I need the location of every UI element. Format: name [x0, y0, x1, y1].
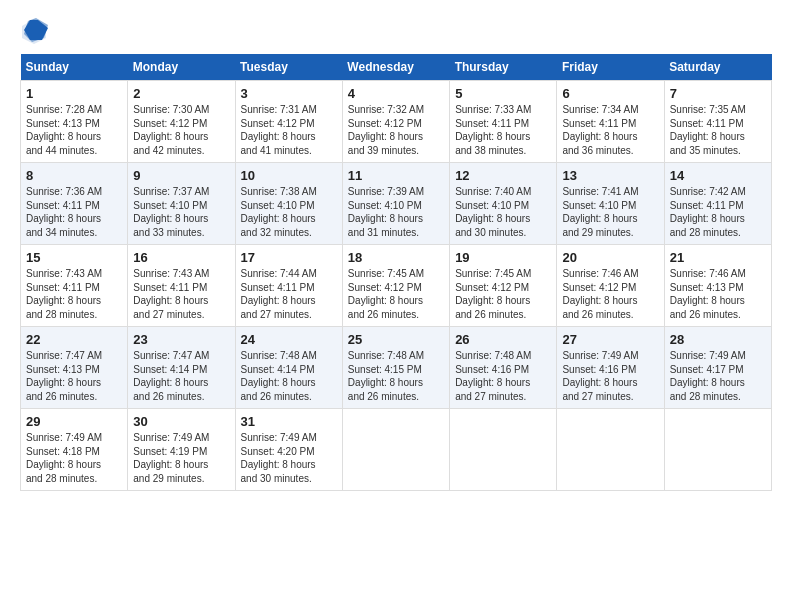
calendar-cell: 24Sunrise: 7:48 AM Sunset: 4:14 PM Dayli…	[235, 327, 342, 409]
calendar-cell	[342, 409, 449, 491]
logo-icon	[20, 16, 48, 44]
calendar-cell: 22Sunrise: 7:47 AM Sunset: 4:13 PM Dayli…	[21, 327, 128, 409]
day-number: 27	[562, 332, 658, 347]
day-number: 24	[241, 332, 337, 347]
day-info: Sunrise: 7:34 AM Sunset: 4:11 PM Dayligh…	[562, 103, 658, 157]
calendar-cell: 2Sunrise: 7:30 AM Sunset: 4:12 PM Daylig…	[128, 81, 235, 163]
day-number: 25	[348, 332, 444, 347]
day-info: Sunrise: 7:43 AM Sunset: 4:11 PM Dayligh…	[133, 267, 229, 321]
day-number: 4	[348, 86, 444, 101]
calendar-cell: 30Sunrise: 7:49 AM Sunset: 4:19 PM Dayli…	[128, 409, 235, 491]
col-header-tuesday: Tuesday	[235, 54, 342, 81]
day-info: Sunrise: 7:40 AM Sunset: 4:10 PM Dayligh…	[455, 185, 551, 239]
calendar-table: SundayMondayTuesdayWednesdayThursdayFrid…	[20, 54, 772, 491]
calendar-cell: 26Sunrise: 7:48 AM Sunset: 4:16 PM Dayli…	[450, 327, 557, 409]
calendar-header: SundayMondayTuesdayWednesdayThursdayFrid…	[21, 54, 772, 81]
day-info: Sunrise: 7:46 AM Sunset: 4:13 PM Dayligh…	[670, 267, 766, 321]
day-number: 1	[26, 86, 122, 101]
day-info: Sunrise: 7:49 AM Sunset: 4:19 PM Dayligh…	[133, 431, 229, 485]
day-info: Sunrise: 7:45 AM Sunset: 4:12 PM Dayligh…	[348, 267, 444, 321]
calendar-cell: 19Sunrise: 7:45 AM Sunset: 4:12 PM Dayli…	[450, 245, 557, 327]
day-info: Sunrise: 7:49 AM Sunset: 4:18 PM Dayligh…	[26, 431, 122, 485]
calendar-cell: 23Sunrise: 7:47 AM Sunset: 4:14 PM Dayli…	[128, 327, 235, 409]
day-info: Sunrise: 7:47 AM Sunset: 4:13 PM Dayligh…	[26, 349, 122, 403]
header-row: SundayMondayTuesdayWednesdayThursdayFrid…	[21, 54, 772, 81]
day-info: Sunrise: 7:46 AM Sunset: 4:12 PM Dayligh…	[562, 267, 658, 321]
calendar-cell: 16Sunrise: 7:43 AM Sunset: 4:11 PM Dayli…	[128, 245, 235, 327]
day-number: 9	[133, 168, 229, 183]
calendar-cell: 20Sunrise: 7:46 AM Sunset: 4:12 PM Dayli…	[557, 245, 664, 327]
day-info: Sunrise: 7:49 AM Sunset: 4:16 PM Dayligh…	[562, 349, 658, 403]
calendar-cell: 17Sunrise: 7:44 AM Sunset: 4:11 PM Dayli…	[235, 245, 342, 327]
calendar-week-1: 1Sunrise: 7:28 AM Sunset: 4:13 PM Daylig…	[21, 81, 772, 163]
calendar-cell: 5Sunrise: 7:33 AM Sunset: 4:11 PM Daylig…	[450, 81, 557, 163]
calendar-cell: 3Sunrise: 7:31 AM Sunset: 4:12 PM Daylig…	[235, 81, 342, 163]
day-number: 19	[455, 250, 551, 265]
day-number: 28	[670, 332, 766, 347]
calendar-cell: 11Sunrise: 7:39 AM Sunset: 4:10 PM Dayli…	[342, 163, 449, 245]
day-number: 30	[133, 414, 229, 429]
day-number: 18	[348, 250, 444, 265]
day-info: Sunrise: 7:35 AM Sunset: 4:11 PM Dayligh…	[670, 103, 766, 157]
calendar-cell: 1Sunrise: 7:28 AM Sunset: 4:13 PM Daylig…	[21, 81, 128, 163]
day-number: 17	[241, 250, 337, 265]
header	[20, 16, 772, 44]
calendar-cell: 8Sunrise: 7:36 AM Sunset: 4:11 PM Daylig…	[21, 163, 128, 245]
day-number: 11	[348, 168, 444, 183]
calendar-body: 1Sunrise: 7:28 AM Sunset: 4:13 PM Daylig…	[21, 81, 772, 491]
day-info: Sunrise: 7:48 AM Sunset: 4:16 PM Dayligh…	[455, 349, 551, 403]
calendar-cell: 13Sunrise: 7:41 AM Sunset: 4:10 PM Dayli…	[557, 163, 664, 245]
day-number: 14	[670, 168, 766, 183]
col-header-friday: Friday	[557, 54, 664, 81]
day-number: 7	[670, 86, 766, 101]
calendar-cell: 15Sunrise: 7:43 AM Sunset: 4:11 PM Dayli…	[21, 245, 128, 327]
day-number: 31	[241, 414, 337, 429]
calendar-cell	[664, 409, 771, 491]
day-number: 22	[26, 332, 122, 347]
day-number: 3	[241, 86, 337, 101]
calendar-cell: 28Sunrise: 7:49 AM Sunset: 4:17 PM Dayli…	[664, 327, 771, 409]
day-info: Sunrise: 7:32 AM Sunset: 4:12 PM Dayligh…	[348, 103, 444, 157]
day-number: 20	[562, 250, 658, 265]
day-number: 6	[562, 86, 658, 101]
calendar-week-3: 15Sunrise: 7:43 AM Sunset: 4:11 PM Dayli…	[21, 245, 772, 327]
col-header-wednesday: Wednesday	[342, 54, 449, 81]
day-info: Sunrise: 7:30 AM Sunset: 4:12 PM Dayligh…	[133, 103, 229, 157]
calendar-week-2: 8Sunrise: 7:36 AM Sunset: 4:11 PM Daylig…	[21, 163, 772, 245]
calendar-cell: 7Sunrise: 7:35 AM Sunset: 4:11 PM Daylig…	[664, 81, 771, 163]
day-number: 15	[26, 250, 122, 265]
day-info: Sunrise: 7:49 AM Sunset: 4:17 PM Dayligh…	[670, 349, 766, 403]
day-info: Sunrise: 7:41 AM Sunset: 4:10 PM Dayligh…	[562, 185, 658, 239]
day-number: 2	[133, 86, 229, 101]
day-info: Sunrise: 7:37 AM Sunset: 4:10 PM Dayligh…	[133, 185, 229, 239]
day-number: 29	[26, 414, 122, 429]
calendar-cell: 9Sunrise: 7:37 AM Sunset: 4:10 PM Daylig…	[128, 163, 235, 245]
calendar-cell: 6Sunrise: 7:34 AM Sunset: 4:11 PM Daylig…	[557, 81, 664, 163]
day-info: Sunrise: 7:33 AM Sunset: 4:11 PM Dayligh…	[455, 103, 551, 157]
day-number: 26	[455, 332, 551, 347]
day-number: 21	[670, 250, 766, 265]
calendar-week-5: 29Sunrise: 7:49 AM Sunset: 4:18 PM Dayli…	[21, 409, 772, 491]
calendar-cell	[450, 409, 557, 491]
day-number: 8	[26, 168, 122, 183]
day-number: 16	[133, 250, 229, 265]
calendar-cell: 14Sunrise: 7:42 AM Sunset: 4:11 PM Dayli…	[664, 163, 771, 245]
col-header-monday: Monday	[128, 54, 235, 81]
day-number: 5	[455, 86, 551, 101]
day-number: 12	[455, 168, 551, 183]
page: SundayMondayTuesdayWednesdayThursdayFrid…	[0, 0, 792, 501]
day-info: Sunrise: 7:39 AM Sunset: 4:10 PM Dayligh…	[348, 185, 444, 239]
col-header-saturday: Saturday	[664, 54, 771, 81]
day-info: Sunrise: 7:44 AM Sunset: 4:11 PM Dayligh…	[241, 267, 337, 321]
col-header-thursday: Thursday	[450, 54, 557, 81]
day-info: Sunrise: 7:42 AM Sunset: 4:11 PM Dayligh…	[670, 185, 766, 239]
calendar-cell: 25Sunrise: 7:48 AM Sunset: 4:15 PM Dayli…	[342, 327, 449, 409]
calendar-cell: 31Sunrise: 7:49 AM Sunset: 4:20 PM Dayli…	[235, 409, 342, 491]
day-info: Sunrise: 7:38 AM Sunset: 4:10 PM Dayligh…	[241, 185, 337, 239]
calendar-cell: 18Sunrise: 7:45 AM Sunset: 4:12 PM Dayli…	[342, 245, 449, 327]
day-info: Sunrise: 7:49 AM Sunset: 4:20 PM Dayligh…	[241, 431, 337, 485]
col-header-sunday: Sunday	[21, 54, 128, 81]
calendar-cell: 29Sunrise: 7:49 AM Sunset: 4:18 PM Dayli…	[21, 409, 128, 491]
calendar-cell: 4Sunrise: 7:32 AM Sunset: 4:12 PM Daylig…	[342, 81, 449, 163]
day-number: 13	[562, 168, 658, 183]
